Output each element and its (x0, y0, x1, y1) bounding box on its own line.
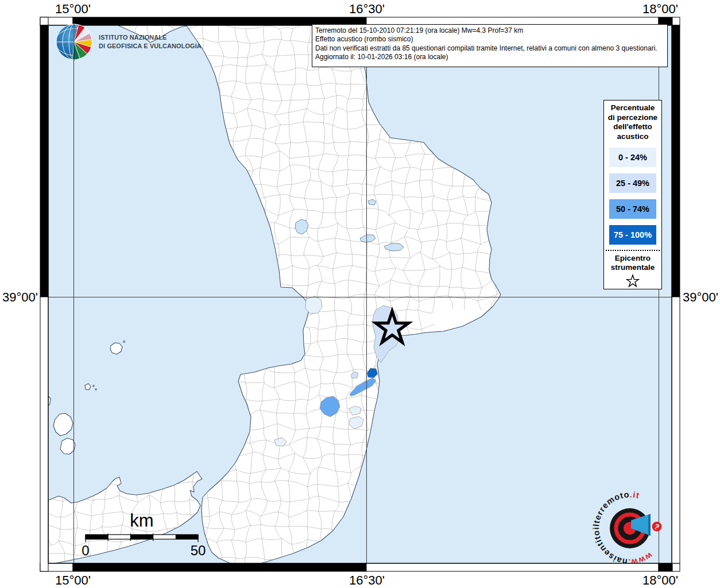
ingv-globe-icon (55, 22, 94, 61)
legend-swatch-0-24: 0 - 24% (609, 148, 656, 167)
municipality-0-24 (305, 296, 322, 314)
legend-title-line: acustico (604, 132, 661, 142)
scale-bar-start: 0 (82, 543, 89, 558)
macroseismic-map-page: km 0 50 www (0, 0, 720, 588)
scale-bar-end: 50 (191, 543, 206, 558)
grid-label-bottom-15: 15°00' (55, 573, 91, 588)
effect-type-line: Effetto acustico (rombo sismico) (315, 35, 664, 44)
star-outline-icon (626, 274, 640, 288)
grid-label-left-39: 39°00' (0, 290, 38, 305)
islet-dot (93, 385, 94, 386)
grid-label-bottom-18: 18°00' (642, 573, 678, 588)
ingv-logo: ISTITUTO NAZIONALE DI GEOFISICA E VULCAN… (55, 22, 208, 61)
legend-title-line: dell'effetto (604, 122, 661, 132)
legend-swatch-25-49: 25 - 49% (609, 173, 656, 193)
legend-swatch-50-74: 50 - 74% (609, 199, 656, 219)
epicenter-label-line: strumentale (604, 263, 661, 272)
updated-at-line: Aggiornato il: 10-01-2026 03:16 (ora loc… (315, 53, 664, 61)
grid-label-top-1630: 16°30' (349, 2, 385, 17)
event-summary-line: Terremoto del 15-10-2010 07:21:19 (ora l… (315, 26, 664, 35)
map-canvas: km 0 50 www (0, 0, 720, 588)
legend-title: Percentuale di percezione dell'effetto a… (604, 103, 661, 141)
legend-title-line: di percezione (604, 113, 661, 123)
ingv-wordmark: ISTITUTO NAZIONALE DI GEOFISICA E VULCAN… (99, 33, 202, 51)
event-info-box: Terremoto del 15-10-2010 07:21:19 (ora l… (312, 24, 668, 67)
grid-label-top-15: 15°00' (55, 2, 91, 17)
legend-title-line: Percentuale (604, 103, 661, 113)
islet-dot (95, 389, 96, 390)
grid-label-right-39: 39°00' (683, 290, 718, 305)
legend-swatch-75-100: 75 - 100% (609, 225, 656, 245)
megaphone-edge (648, 514, 651, 536)
legend-panel: Percentuale di percezione dell'effetto a… (603, 100, 662, 289)
ingv-line1: ISTITUTO NAZIONALE (99, 33, 202, 42)
grid-label-bottom-1630: 16°30' (349, 573, 385, 588)
epicenter-legend-label: Epicentro strumentale (604, 254, 661, 272)
epicenter-legend-symbol (604, 274, 661, 290)
data-disclaimer-line: Dati non verificati estratti da 85 quest… (315, 44, 664, 53)
scale-bar-unit: km (130, 510, 153, 531)
islet-dot (123, 341, 125, 343)
legend-divider (606, 250, 660, 251)
grid-label-top-18: 18°00' (642, 2, 678, 17)
ingv-line2: DI GEOFISICA E VULCANOLOGIA (99, 42, 202, 51)
epicenter-label-line: Epicentro (604, 254, 661, 263)
